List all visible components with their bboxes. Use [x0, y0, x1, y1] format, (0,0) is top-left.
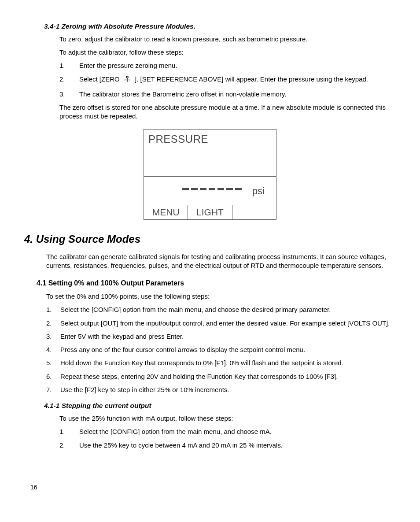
- paragraph: The zero offset is stored for one absolu…: [59, 103, 391, 121]
- step-number: 5.: [46, 359, 60, 367]
- step-number: 1.: [59, 427, 79, 436]
- step-number: 1.: [46, 305, 60, 314]
- step-number: 3.: [46, 332, 60, 341]
- step-number: 1.: [59, 61, 79, 70]
- step-text: Enter the pressure zeroing menu.: [79, 61, 391, 70]
- step-number: 3.: [59, 90, 79, 99]
- heading-4-1: 4.1 Setting 0% and 100% Output Parameter…: [37, 278, 396, 288]
- step-text: Press any one of the four cursor control…: [60, 345, 394, 354]
- heading-4: 4. Using Source Modes: [24, 232, 396, 246]
- lcd-display-figure: PRESSURE psi MENU LIGHT: [144, 129, 276, 220]
- display-mode-label: PRESSURE: [148, 132, 272, 146]
- step-number: 6.: [46, 372, 60, 381]
- step-text: Select [ZERO ]. [SET REFERENCE ABOVE] wi…: [79, 75, 391, 85]
- step-number: 2.: [46, 319, 60, 328]
- paragraph: The calibrator can generate calibrated s…: [46, 252, 394, 270]
- softkey-blank: [232, 205, 276, 219]
- step-text-suffix: ]. [SET REFERENCE ABOVE] will appear. En…: [133, 75, 368, 83]
- step-number: 2.: [59, 441, 79, 450]
- step-text: Use the 25% key to cycle between 4 mA an…: [79, 441, 391, 450]
- heading-4-1-1: 4.1-1 Stepping the current output: [44, 401, 396, 411]
- step-text: Use the [F2] key to step in either 25% o…: [60, 385, 394, 394]
- heading-3-4-1: 3.4-1 Zeroing with Absolute Pressure Mod…: [44, 22, 396, 31]
- step-text: Select the [CONFIG] option from the main…: [60, 305, 394, 314]
- step-text: Select output [OUT] from the input/outpu…: [60, 319, 394, 328]
- step-text-prefix: Select [ZERO: [79, 75, 122, 83]
- step-text: Hold down the Function Key that correspo…: [60, 359, 394, 367]
- step-text: The calibrator stores the Barometric zer…: [79, 90, 391, 99]
- paragraph: To adjust the calibrator, follow these s…: [59, 48, 391, 57]
- display-unit: psi: [252, 185, 265, 198]
- svg-point-0: [126, 76, 128, 78]
- step-number: 7.: [46, 385, 60, 394]
- softkey-light: LIGHT: [188, 205, 232, 219]
- paragraph: To zero, adjust the calibrator to read a…: [59, 35, 391, 44]
- step-text: Enter 5V with the keypad and press Enter…: [60, 332, 394, 341]
- step-text: Repeat these steps, entering 20V and hol…: [60, 372, 394, 381]
- zero-pressure-icon: [122, 75, 132, 85]
- softkey-menu: MENU: [144, 205, 188, 219]
- step-number: 4.: [46, 345, 60, 354]
- paragraph: To set the 0% and 100% points, use the f…: [46, 292, 394, 301]
- display-value-dashes: [182, 188, 242, 190]
- paragraph: To use the 25% function with mA output, …: [59, 414, 391, 423]
- step-text: Select the [CONFIG] option from the main…: [79, 427, 391, 436]
- page-number: 16: [30, 483, 37, 492]
- step-number: 2.: [59, 75, 79, 85]
